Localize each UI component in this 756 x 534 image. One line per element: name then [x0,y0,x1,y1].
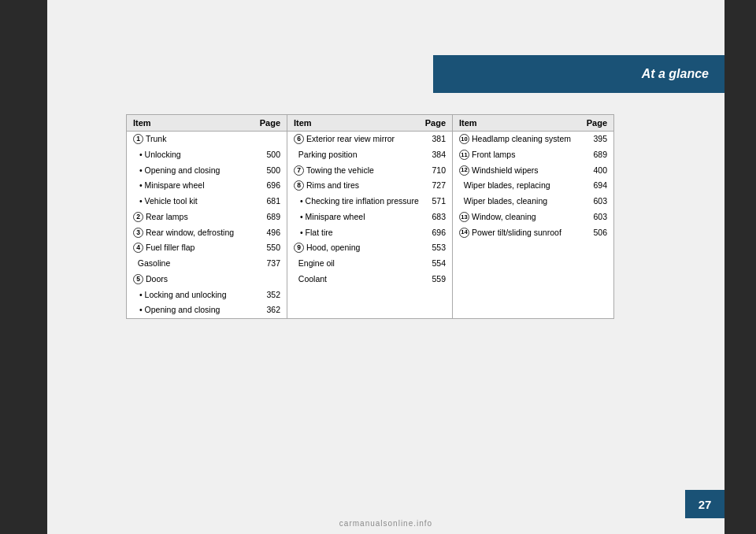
item-page: 696 [426,227,446,239]
circle-number: 2 [133,212,143,222]
table-row: Locking and unlocking 352 [127,287,287,303]
table-row: 3 Rear window, defrosting 496 [127,225,287,241]
item-label: Parking position [294,149,426,161]
item-label: 11 Front lamps [459,149,587,161]
item-label: 2 Rear lamps [133,211,261,224]
table-section-2: Item Page 6 Exterior rear view mirror 38… [287,114,453,319]
item-page: 550 [261,242,280,254]
table-row: 5 Doors [127,272,287,287]
item-label: Flat tire [300,227,426,239]
item-label: Opening and closing [139,304,261,317]
item-page: 554 [426,258,446,270]
table-row: Opening and closing 362 [127,302,287,318]
table-row: Flat tire 696 [287,225,452,241]
circle-number: 14 [459,228,469,238]
table-row: Wiper blades, cleaning 603 [453,194,613,210]
circle-number: 13 [459,212,469,222]
item-label: 9 Hood, opening [294,242,426,254]
item-label: Minispare wheel [300,211,426,224]
table-row: Coolant 559 [287,272,452,287]
item-label: Checking tire inflation pressure [300,195,426,208]
page-number: 27 [699,498,712,511]
table3-col-page: Page [587,118,607,128]
table-row: 11 Front lamps 689 [453,147,613,163]
item-label: 1 Trunk [133,133,261,146]
item-page: 352 [261,289,280,302]
circle-number: 8 [294,180,304,191]
table-row: 14 Power tilt/sliding sunroof 506 [453,225,613,241]
item-label: Vehicle tool kit [139,195,261,208]
item-label: 10 Headlamp cleaning system [459,133,587,146]
table2-header: Item Page [287,115,452,132]
circle-number: 9 [294,243,304,253]
item-label: Engine oil [294,258,426,270]
circle-number: 12 [459,165,469,176]
table-row: 9 Hood, opening 553 [287,240,452,256]
page-number-box: 27 [685,490,724,518]
table-row: Minispare wheel 696 [127,178,287,194]
item-label: 6 Exterior rear view mirror [294,133,426,146]
table-row: Wiper blades, replacing 694 [453,178,613,194]
item-label: 14 Power tilt/sliding sunroof [459,227,587,239]
circle-number: 10 [459,134,469,144]
item-page: 689 [261,211,280,224]
item-page: 496 [261,227,280,239]
table3-col-item: Item [459,118,477,128]
circle-number: 7 [294,165,304,176]
table-row: 10 Headlamp cleaning system 395 [453,132,613,147]
item-page: 689 [587,149,607,161]
table-section-1: Item Page 1 Trunk Unlocking 500 Opening … [126,114,287,319]
table2-col-page: Page [425,118,446,128]
item-label: Wiper blades, replacing [459,180,587,192]
table-row: Checking tire inflation pressure 571 [287,194,452,210]
circle-number: 5 [133,274,143,284]
item-page [261,273,280,286]
item-label: Wiper blades, cleaning [459,195,587,208]
table-row: 12 Windshield wipers 400 [453,163,613,179]
item-label: 4 Fuel filler flap [133,242,261,254]
circle-number: 4 [133,243,143,253]
table-row: Engine oil 554 [287,256,452,272]
item-label: Locking and unlocking [139,289,261,302]
item-page: 737 [261,258,280,270]
table-row: 6 Exterior rear view mirror 381 [287,132,452,147]
watermark: carmanualsonline.info [339,519,432,528]
item-label: 7 Towing the vehicle [294,165,426,177]
table1-col-page: Page [260,118,280,128]
table3-header: Item Page [453,115,613,132]
content-area: At a glance Item Page 1 Trunk Unlocking … [47,0,724,534]
page-title: At a glance [642,67,709,81]
table-row: 13 Window, cleaning 603 [453,210,613,225]
item-page: 571 [426,195,446,208]
circle-number: 6 [294,134,304,144]
item-page: 683 [426,211,446,224]
item-page: 362 [261,304,280,317]
table-row: 8 Rims and tires 727 [287,178,452,194]
table-row: Opening and closing 500 [127,163,287,179]
table-row: Gasoline 737 [127,256,287,272]
table-row: Minispare wheel 683 [287,210,452,225]
table-row: Vehicle tool kit 681 [127,194,287,210]
item-page: 506 [587,227,607,239]
item-label: 12 Windshield wipers [459,165,587,177]
table1-header: Item Page [127,115,287,132]
item-label: 13 Window, cleaning [459,211,587,224]
item-page: 603 [587,195,607,208]
table-row: Parking position 384 [287,147,452,163]
tables-container: Item Page 1 Trunk Unlocking 500 Opening … [126,114,614,319]
circle-number: 11 [459,150,469,160]
item-page: 381 [426,133,446,146]
item-page: 696 [261,180,280,192]
table-row: Unlocking 500 [127,147,287,163]
item-page: 559 [426,273,446,286]
item-page: 384 [426,149,446,161]
table1-col-item: Item [133,118,151,128]
table-row: 1 Trunk [127,132,287,147]
item-label: Opening and closing [139,165,261,177]
item-label: Gasoline [133,258,261,270]
item-label: 5 Doors [133,273,261,286]
table-section-3: Item Page 10 Headlamp cleaning system 39… [453,114,614,319]
header-banner: At a glance [433,55,724,93]
item-page: 681 [261,195,280,208]
item-page: 603 [587,211,607,224]
